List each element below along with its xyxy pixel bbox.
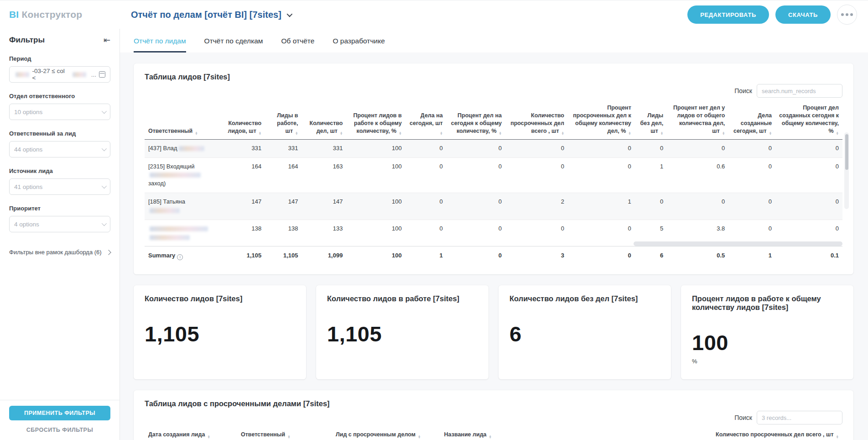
column-header-label: Название лида	[444, 431, 487, 438]
responsible-cell: [437] Влад	[145, 139, 218, 157]
overdue-table: Дата создания лида▲▼Ответственный▲▼Лид с…	[145, 429, 842, 440]
sort-icon: ▲▼	[195, 131, 198, 135]
tab-2[interactable]: Отчёт по сделкам	[204, 29, 263, 52]
dropdown-placeholder: 10 options	[14, 109, 42, 115]
tab-4[interactable]: О разработчике	[333, 29, 385, 52]
value-cell: 0	[635, 193, 667, 220]
column-header-sort[interactable]: Процент нет дел у лидов от общего количе…	[667, 102, 728, 139]
download-button[interactable]: СКАЧАТЬ	[775, 5, 831, 24]
logo-bi: BI	[9, 9, 19, 20]
value-cell: 0.6	[667, 157, 728, 193]
kpi-value: 1,105	[327, 321, 478, 346]
column-header-label: Ответственный	[241, 431, 285, 438]
column-header-sort[interactable]: Название лида▲▼	[441, 429, 694, 440]
dropdown-placeholder: 44 options	[14, 146, 42, 153]
app-root: BI Конструктор Отчёт по делам [отчёт BI]…	[0, 0, 868, 440]
value-cell: 138	[265, 220, 301, 246]
value-cell: 138	[218, 220, 265, 246]
column-header-sort[interactable]: Количество просроченных дел всего , шт▲▼	[505, 102, 568, 139]
column-header-sort[interactable]: Лид с просроченным делом▲▼	[332, 429, 441, 440]
column-header-sort[interactable]: Процент дел на сегодня к общему количест…	[447, 102, 505, 139]
value-cell: 0	[635, 139, 667, 157]
leads-table: Ответственный▲▼Количество лидов, шт▲▼Лид…	[145, 102, 842, 265]
column-header-label: Процент дел на сегодня к общему количест…	[451, 112, 502, 134]
cell-text: заход)	[148, 180, 166, 187]
topbar-actions: РЕДАКТИРОВАТЬ СКАЧАТЬ	[687, 5, 868, 25]
value-cell: 0	[447, 220, 505, 246]
value-cell: 147	[265, 193, 301, 220]
apply-filters-button[interactable]: ПРИМЕНИТЬ ФИЛЬТРЫ	[9, 406, 110, 420]
column-header-sort[interactable]: Процент просроченных дел к общему количе…	[568, 102, 635, 139]
column-header-sort[interactable]: Ответственный▲▼	[145, 102, 218, 139]
overdue-table-search-input[interactable]	[757, 411, 842, 424]
column-header-sort[interactable]: Ответственный▲▼	[237, 429, 332, 440]
value-cell: 0	[568, 139, 635, 157]
tab-1[interactable]: Отчёт по лидам	[134, 29, 186, 52]
column-header-sort[interactable]: Дата создания лида▲▼	[145, 429, 237, 440]
filter-dropdown[interactable]: 4 options	[9, 216, 110, 232]
cell-text: [437] Влад	[148, 145, 177, 152]
value-cell: 0	[728, 157, 775, 193]
chevron-down-icon	[286, 11, 292, 17]
kpi-card-3: Количество лидов без дел [7sites]6	[499, 285, 671, 379]
column-header-sort[interactable]: Дела на сегодня, шт▲▼	[405, 102, 447, 139]
report-tabs: Отчёт по лидамОтчёт по сделкамОб отчётеО…	[120, 29, 868, 52]
more-options-button[interactable]	[837, 5, 857, 25]
filter-select-1: Отдел ответственного10 options	[9, 93, 110, 120]
kpi-title: Количество лидов в работе [7sites]	[327, 294, 478, 303]
edit-button[interactable]: РЕДАКТИРОВАТЬ	[687, 5, 769, 24]
column-header-sort[interactable]: Процент дел созданных сегодня к общему к…	[775, 102, 842, 139]
value-cell: 0	[568, 220, 635, 246]
report-title-dropdown[interactable]: Отчёт по делам [отчёт BI] [7sites]	[120, 10, 291, 20]
sort-icon: ▲▼	[418, 435, 421, 439]
column-header-sort[interactable]: Лиды без дел, шт▲▼	[635, 102, 667, 139]
filter-label: Период	[9, 55, 110, 62]
summary-value-cell: 100	[346, 246, 405, 266]
column-header-label: Процент просроченных дел к общему количе…	[573, 105, 631, 134]
leads-table-card: Таблица лидов [7sites] Поиск Ответственн…	[134, 63, 853, 274]
column-header-label: Лиды без дел, шт	[640, 112, 664, 134]
sort-icon: ▲▼	[660, 131, 663, 135]
sort-icon: ▲▼	[340, 131, 343, 135]
filter-label: Отдел ответственного	[9, 93, 110, 100]
value-cell: 0	[405, 220, 447, 246]
kpi-title: Процент лидов в работе к общему количест…	[692, 294, 842, 312]
kpi-value: 6	[509, 321, 660, 346]
dropdown-placeholder: 4 options	[14, 221, 39, 228]
column-header-sort[interactable]: Дела созданные сегодня, шт▲▼	[728, 102, 775, 139]
kpi-value: 100	[692, 330, 842, 355]
horizontal-scrollbar[interactable]	[634, 241, 842, 246]
column-header-sort[interactable]: Количество дел, шт▲▼	[302, 102, 347, 139]
extra-filters-toggle[interactable]: Фильтры вне рамок дашборда (6)	[9, 248, 110, 257]
value-cell: 0	[775, 193, 842, 220]
column-header-sort[interactable]: Процент лидов в работе к общему количест…	[346, 102, 405, 139]
kpi-value: 1,105	[145, 321, 295, 346]
column-header-label: Количество просроченных дел всего , шт	[510, 112, 564, 134]
tab-3[interactable]: Об отчёте	[281, 29, 315, 52]
filter-dropdown[interactable]: 44 options	[9, 141, 110, 157]
column-header-label: Процент дел созданных сегодня к общему к…	[779, 105, 839, 134]
scrollbar-thumb[interactable]	[845, 134, 848, 170]
column-header-sort[interactable]: Количество просроченных дел всего , шт▲▼	[693, 429, 842, 440]
column-header-sort[interactable]: Количество лидов, шт▲▼	[218, 102, 265, 139]
period-ellipsis: ...	[91, 71, 96, 78]
reset-filters-button[interactable]: СБРОСИТЬ ФИЛЬТРЫ	[26, 427, 93, 433]
value-cell: 2	[505, 193, 568, 220]
dashboard-scroll-area[interactable]: Таблица лидов [7sites] Поиск Ответственн…	[120, 52, 868, 440]
filter-select-3: Источник лида41 options	[9, 168, 110, 195]
search-label: Поиск	[734, 414, 752, 421]
vertical-scrollbar[interactable]	[844, 132, 849, 209]
value-cell: 0	[447, 157, 505, 193]
filter-dropdown[interactable]: 41 options	[9, 178, 110, 195]
value-cell: 0	[728, 139, 775, 157]
sort-icon: ▲▼	[769, 131, 772, 135]
leads-table-search-input[interactable]	[757, 84, 842, 98]
column-header-label: Процент лидов в работе к общему количест…	[353, 112, 402, 134]
info-icon[interactable]: i	[177, 254, 183, 260]
collapse-sidebar-icon[interactable]: ⇤	[104, 35, 110, 45]
column-header-sort[interactable]: Лиды в работе, шт▲▼	[265, 102, 301, 139]
period-date-input[interactable]: -03-27 ≤ col < ...	[9, 66, 110, 83]
filter-dropdown[interactable]: 10 options	[9, 104, 110, 120]
responsible-cell	[145, 220, 218, 246]
chevron-down-icon	[102, 109, 107, 114]
